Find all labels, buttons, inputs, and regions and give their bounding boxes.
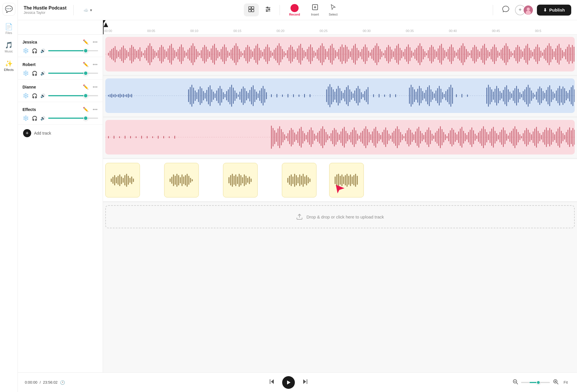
equalizer-button[interactable]: [261, 3, 276, 16]
zoom-in-button[interactable]: [553, 379, 559, 386]
track-edit-icon-robert[interactable]: ✏️: [82, 61, 89, 68]
freeze-icon-robert[interactable]: ❄️: [23, 70, 29, 76]
track-more-icon-robert[interactable]: •••: [92, 61, 98, 68]
insert-label: Insert: [311, 13, 319, 16]
playhead[interactable]: [103, 20, 104, 34]
svg-rect-693: [124, 175, 125, 185]
fast-forward-button[interactable]: [302, 378, 309, 387]
svg-rect-566: [380, 135, 381, 140]
svg-rect-373: [329, 84, 330, 107]
fit-button[interactable]: Fit: [561, 379, 570, 386]
svg-rect-128: [292, 47, 293, 62]
svg-rect-180: [378, 46, 379, 62]
headphone-icon-robert[interactable]: 🎧: [32, 71, 38, 76]
layout-button[interactable]: [244, 3, 259, 16]
track-row-effects: [103, 159, 577, 202]
svg-rect-432: [486, 88, 487, 104]
layout-icon: [248, 6, 255, 14]
publish-button[interactable]: ⬇ Publish: [537, 5, 571, 16]
app-logo[interactable]: 💬: [3, 3, 15, 16]
effect-clip-1[interactable]: [105, 163, 140, 197]
comment-button[interactable]: [500, 4, 512, 16]
header-divider-2: [493, 5, 493, 15]
svg-rect-692: [123, 178, 124, 183]
svg-rect-331: [215, 93, 216, 98]
svg-rect-554: [360, 133, 361, 142]
svg-rect-748: [346, 174, 348, 187]
effect-clip-2[interactable]: [164, 163, 199, 197]
waveform-svg-robert: [105, 78, 575, 113]
waveform-robert[interactable]: [105, 78, 575, 113]
insert-button[interactable]: Insert: [307, 1, 323, 18]
svg-rect-104: [252, 51, 253, 57]
svg-rect-472: [552, 92, 553, 100]
add-track-button[interactable]: + Add track: [18, 125, 103, 142]
volume-slider-effects[interactable]: [48, 118, 98, 119]
freeze-icon-effects[interactable]: ❄️: [23, 115, 29, 121]
tracks-scroll[interactable]: // This won't run in SVG context, using …: [103, 35, 577, 372]
effect-clip-4[interactable]: [282, 163, 316, 197]
svg-rect-741: [335, 176, 336, 184]
svg-point-14: [527, 7, 530, 11]
headphone-icon-effects[interactable]: 🎧: [32, 116, 38, 121]
svg-rect-750: [350, 174, 351, 186]
volume-icon-jessica[interactable]: 🔊: [40, 48, 45, 53]
zoom-slider[interactable]: [521, 382, 550, 383]
track-edit-icon-jessica[interactable]: ✏️: [82, 39, 89, 45]
headphone-icon-jessica[interactable]: 🎧: [32, 48, 38, 54]
svg-rect-323: [201, 88, 202, 103]
sidebar-item-effects[interactable]: ✨ Effects: [1, 58, 17, 74]
sidebar-item-files[interactable]: 📄 Files: [1, 21, 17, 37]
volume-icon-effects[interactable]: 🔊: [40, 116, 45, 120]
svg-rect-634: [493, 127, 494, 148]
track-controls-row-effects: ❄️ 🎧 🔊: [23, 115, 98, 121]
svg-rect-80: [212, 46, 213, 63]
zoom-out-button[interactable]: [512, 379, 518, 386]
track-edit-icon-dianne[interactable]: ✏️: [82, 84, 89, 90]
upload-zone[interactable]: Drop & drop or click here to upload trac…: [105, 205, 575, 228]
svg-rect-711: [190, 178, 191, 183]
svg-rect-96: [239, 49, 240, 59]
track-name-robert: Robert: [23, 62, 35, 67]
play-button[interactable]: [282, 376, 295, 389]
svg-rect-315: [188, 89, 189, 102]
volume-slider-dianne[interactable]: [48, 95, 98, 96]
track-more-icon-jessica[interactable]: •••: [92, 39, 98, 45]
freeze-icon-dianne[interactable]: ❄️: [23, 93, 29, 99]
record-button[interactable]: Record: [284, 2, 305, 18]
track-controls-row-jessica: ❄️ 🎧 🔊: [23, 48, 98, 54]
waveform-jessica[interactable]: // This won't run in SVG context, using …: [105, 37, 575, 71]
waveform-dianne[interactable]: [105, 120, 575, 154]
zoom-thumb: [536, 380, 540, 385]
track-more-icon-effects[interactable]: •••: [92, 106, 98, 113]
ruler-mark-5: 00:25: [319, 29, 361, 33]
effect-clip-5[interactable]: [329, 163, 364, 197]
svg-rect-296: [570, 47, 571, 61]
rewind-button[interactable]: [268, 378, 275, 387]
svg-rect-112: [265, 47, 266, 62]
svg-rect-232: [464, 46, 465, 62]
track-more-icon-dianne[interactable]: •••: [92, 84, 98, 90]
svg-rect-24: [120, 50, 121, 59]
project-subtitle: Jessica Taylor: [24, 11, 66, 15]
volume-icon-dianne[interactable]: 🔊: [40, 93, 45, 98]
svg-rect-303: [113, 95, 114, 97]
svg-rect-224: [451, 44, 452, 64]
track-edit-icon-effects[interactable]: ✏️: [82, 106, 89, 113]
svg-rect-276: [537, 44, 538, 64]
cloud-sync-button[interactable]: ☁️ ▾: [80, 6, 95, 14]
upload-icon: [296, 213, 303, 220]
effects-label: Effects: [4, 68, 14, 71]
track-name-dianne: Dianne: [23, 85, 36, 89]
volume-slider-jessica[interactable]: [48, 50, 98, 51]
select-button[interactable]: Select: [325, 1, 342, 18]
volume-slider-robert[interactable]: [48, 73, 98, 74]
svg-rect-236: [471, 50, 472, 58]
sidebar-item-music[interactable]: 🎵 Music: [1, 39, 17, 55]
headphone-icon-dianne[interactable]: 🎧: [32, 93, 38, 99]
svg-rect-662: [539, 133, 540, 141]
freeze-icon-jessica[interactable]: ❄️: [23, 48, 29, 54]
svg-rect-690: [119, 174, 120, 186]
effect-clip-3[interactable]: [223, 163, 258, 197]
volume-icon-robert[interactable]: 🔊: [40, 71, 45, 76]
